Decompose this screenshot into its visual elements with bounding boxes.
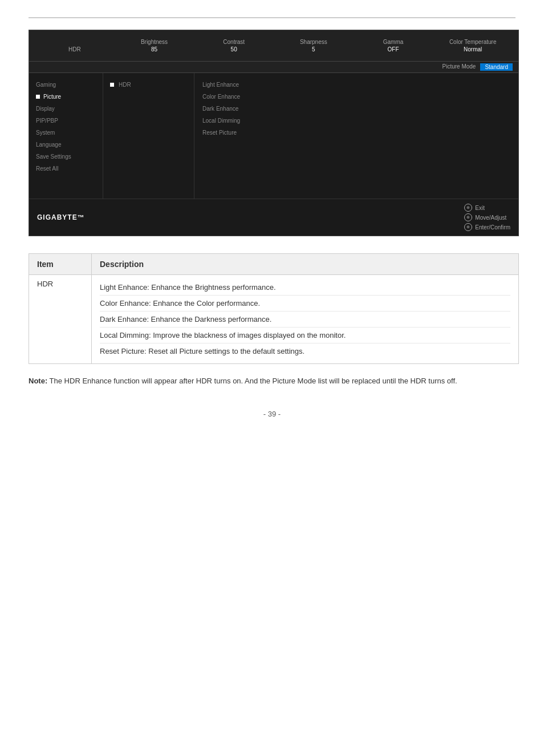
osd-tab-gamma[interactable]: Gamma OFF: [354, 35, 433, 56]
osd-middle-panel: HDR: [103, 73, 194, 199]
middle-hdr-dot: [110, 83, 114, 87]
sidebar-reset-all-label: Reset All: [36, 165, 58, 172]
sidebar-system-label: System: [36, 130, 55, 136]
osd-screen: HDR Brightness 85 Contrast 50 Sharpness …: [29, 30, 519, 236]
middle-item-hdr[interactable]: HDR: [103, 79, 194, 91]
confirm-icon: ⊕: [464, 223, 472, 231]
osd-move-label: Move/Adjust: [475, 215, 506, 221]
right-item-local-dimming[interactable]: Local Dimming: [194, 115, 518, 127]
right-color-enhance-label: Color Enhance: [202, 94, 240, 100]
right-local-dimming-label: Local Dimming: [202, 118, 240, 124]
sidebar-item-system[interactable]: System: [29, 127, 103, 139]
sidebar-language-label: Language: [36, 142, 62, 148]
osd-control-exit: ⊕ Exit: [464, 204, 485, 212]
note-paragraph: Note: The HDR Enhance function will appe…: [29, 375, 519, 387]
sidebar-item-picture[interactable]: Picture: [29, 91, 103, 103]
sidebar-item-save-settings[interactable]: Save Settings: [29, 151, 103, 163]
sidebar-gaming-label: Gaming: [36, 82, 56, 88]
picture-mode-label: Picture Mode: [442, 63, 476, 71]
osd-right-panel: Light Enhance Color Enhance Dark Enhance…: [194, 73, 518, 199]
desc-local-dimming: Local Dimming: Improve the blackness of …: [100, 328, 510, 343]
osd-tab-brightness[interactable]: Brightness 85: [115, 35, 194, 56]
osd-tab-gamma-label: Gamma: [356, 38, 431, 46]
osd-body: Gaming Picture Display PIP/PBP System La…: [29, 73, 518, 199]
sidebar-display-label: Display: [36, 106, 55, 112]
sidebar-picture-dot: [36, 95, 40, 99]
right-reset-picture-label: Reset Picture: [202, 130, 237, 136]
osd-tab-sharpness-label: Sharpness: [276, 38, 351, 46]
osd-tab-color-temp-val: Normal: [435, 46, 510, 53]
table-header-description: Description: [92, 254, 519, 275]
osd-tab-contrast[interactable]: Contrast 50: [194, 35, 274, 56]
osd-controls: ⊕ Exit ⊕ Move/Adjust ⊕ Enter/Confirm: [464, 204, 510, 231]
exit-icon: ⊕: [464, 204, 472, 212]
osd-exit-label: Exit: [475, 205, 485, 211]
note-body: The HDR Enhance function will appear aft…: [47, 377, 457, 385]
description-table: Item Description HDR Light Enhance: Enha…: [29, 253, 519, 364]
osd-tab-brightness-val: 85: [117, 46, 192, 53]
picture-mode-value: Standard: [480, 63, 513, 71]
osd-footer: GIGABYTE™ ⊕ Exit ⊕ Move/Adjust ⊕ Enter/C…: [29, 199, 518, 236]
right-dark-enhance-label: Dark Enhance: [202, 106, 238, 112]
osd-control-confirm: ⊕ Enter/Confirm: [464, 223, 510, 231]
osd-confirm-label: Enter/Confirm: [475, 224, 510, 231]
sidebar-item-pip-pbp[interactable]: PIP/PBP: [29, 115, 103, 127]
right-item-color-enhance[interactable]: Color Enhance: [194, 91, 518, 103]
sidebar-picture-label: Picture: [43, 94, 61, 100]
osd-tab-brightness-label: Brightness: [117, 38, 192, 46]
picture-mode-row: Picture Mode Standard: [29, 62, 518, 73]
osd-tab-color-temp-label: Color Temperature: [435, 38, 510, 46]
desc-light-enhance: Light Enhance: Enhance the Brightness pe…: [100, 280, 510, 296]
osd-brand: GIGABYTE™: [37, 213, 85, 221]
sidebar-save-settings-label: Save Settings: [36, 153, 71, 160]
osd-tab-hdr[interactable]: HDR: [35, 42, 115, 56]
osd-tabs: HDR Brightness 85 Contrast 50 Sharpness …: [29, 30, 518, 62]
right-light-enhance-label: Light Enhance: [202, 82, 239, 88]
desc-color-enhance: Color Enhance: Enhance the Color perform…: [100, 296, 510, 312]
right-item-light-enhance[interactable]: Light Enhance: [194, 79, 518, 91]
right-item-reset-picture[interactable]: Reset Picture: [194, 127, 518, 139]
sidebar-pip-pbp-label: PIP/PBP: [36, 118, 58, 124]
osd-tab-gamma-val: OFF: [356, 46, 431, 53]
osd-sidebar: Gaming Picture Display PIP/PBP System La…: [29, 73, 103, 199]
sidebar-item-reset-all[interactable]: Reset All: [29, 163, 103, 175]
sidebar-item-display[interactable]: Display: [29, 103, 103, 115]
table-header-item: Item: [29, 254, 92, 275]
osd-tab-sharpness-val: 5: [276, 46, 351, 53]
osd-control-move: ⊕ Move/Adjust: [464, 213, 506, 221]
desc-reset-picture: Reset Picture: Reset all Picture setting…: [100, 343, 510, 359]
page-number: - 39 -: [29, 410, 515, 418]
sidebar-item-gaming[interactable]: Gaming: [29, 79, 103, 91]
osd-tab-sharpness[interactable]: Sharpness 5: [274, 35, 354, 56]
top-divider: [29, 17, 515, 18]
move-icon: ⊕: [464, 213, 472, 221]
table-item-hdr: HDR: [29, 275, 92, 364]
osd-tab-hdr-label: HDR: [37, 46, 112, 53]
table-desc-hdr: Light Enhance: Enhance the Brightness pe…: [92, 275, 519, 364]
middle-hdr-label: HDR: [119, 82, 131, 88]
sidebar-item-language[interactable]: Language: [29, 139, 103, 151]
table-row: HDR Light Enhance: Enhance the Brightnes…: [29, 275, 519, 364]
osd-tab-contrast-val: 50: [196, 46, 271, 53]
note-prefix: Note:: [29, 377, 47, 385]
desc-dark-enhance: Dark Enhance: Enhance the Darkness perfo…: [100, 312, 510, 328]
osd-tab-contrast-label: Contrast: [196, 38, 271, 46]
osd-tab-color-temp[interactable]: Color Temperature Normal: [433, 35, 513, 56]
right-item-dark-enhance[interactable]: Dark Enhance: [194, 103, 518, 115]
